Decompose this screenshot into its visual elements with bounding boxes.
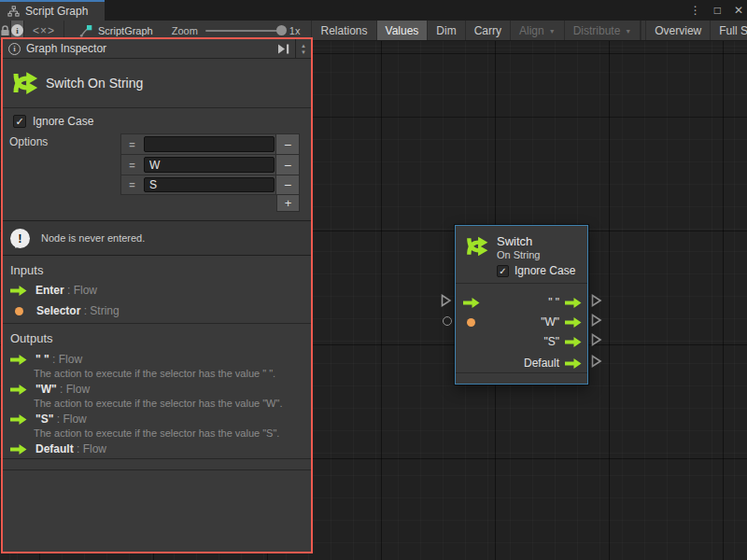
toolbar-buttons: Relations Values Dim Carry Align ▼ Distr… <box>311 21 747 40</box>
drag-handle-icon[interactable]: = <box>121 155 143 175</box>
option-row: = − <box>120 154 300 175</box>
flow-arrow-icon <box>10 355 27 365</box>
output-port-w[interactable]: "W" <box>541 315 582 329</box>
minus-icon: − <box>284 158 291 173</box>
flow-arrow-icon <box>10 444 27 455</box>
carry-button[interactable]: Carry <box>466 21 511 40</box>
check-icon: ✓ <box>15 116 23 128</box>
option-row: = − <box>120 133 300 154</box>
output-port-space[interactable]: " " <box>548 296 582 309</box>
switch-icon <box>11 69 39 97</box>
output-port-default[interactable]: Default <box>524 357 582 370</box>
check-icon: ✓ <box>499 266 506 276</box>
zoom-label: Zoom <box>172 25 198 36</box>
zoom-slider-knob[interactable] <box>276 25 287 35</box>
tab-script-graph[interactable]: Script Graph <box>0 0 105 21</box>
maximize-icon[interactable]: □ <box>714 4 721 17</box>
inputs-heading: Inputs <box>10 263 43 277</box>
flow-arrow-icon <box>463 298 480 308</box>
node-footer <box>456 372 587 384</box>
dock-panel-icon[interactable] <box>277 44 289 54</box>
drag-handle-icon[interactable]: = <box>121 175 143 194</box>
node-header[interactable]: Switch On String ✓ Ignore Case <box>456 226 587 284</box>
switch-icon <box>465 234 489 259</box>
tab-title: Script Graph <box>25 5 88 18</box>
enter-port[interactable] <box>463 298 480 308</box>
ignore-case-checkbox[interactable]: ✓ <box>497 265 509 277</box>
ignore-case-label: Ignore Case <box>514 264 575 277</box>
string-port-icon <box>467 318 475 327</box>
inputs-section: Inputs Enter : Flow Selector : String <box>3 256 311 324</box>
unit-title: Switch On String <box>46 76 143 91</box>
node-input-value-connector[interactable] <box>443 316 452 326</box>
options-list: = − = − = − + <box>120 133 300 212</box>
unity-script-graph-window: Script Graph ⋮ □ ✕ i <×> Scrip <box>0 0 747 560</box>
selector-port[interactable] <box>467 318 475 327</box>
node-output-connector[interactable] <box>591 314 602 327</box>
exclamation-glyph: ! <box>18 231 21 245</box>
overview-button[interactable]: Overview <box>645 21 711 40</box>
spin-up-icon[interactable]: ▲ <box>301 43 306 49</box>
chevron-down-icon: ▼ <box>549 28 556 35</box>
chevron-down-icon: ▼ <box>625 28 631 35</box>
node-input-flow-connector[interactable] <box>441 294 452 307</box>
output-port-w: "W" : Flow <box>10 383 90 396</box>
drag-handle-icon[interactable]: = <box>121 134 143 154</box>
info-icon: i <box>8 43 21 55</box>
node-title: Switch <box>497 234 532 248</box>
relations-button[interactable]: Relations <box>312 21 376 40</box>
output-port-s[interactable]: "S" <box>543 335 582 348</box>
minus-icon: − <box>284 137 291 152</box>
lock-icon <box>0 25 10 36</box>
option-input[interactable] <box>144 157 275 173</box>
close-icon[interactable]: ✕ <box>734 4 743 17</box>
option-row: = − <box>120 175 300 195</box>
warning-text: Node is never entered. <box>41 232 145 244</box>
node-output-connector[interactable] <box>591 355 602 368</box>
dim-button[interactable]: Dim <box>428 21 465 40</box>
node-output-connector[interactable] <box>591 333 602 346</box>
distribute-dropdown[interactable]: Distribute ▼ <box>565 21 641 40</box>
zoom-value: 1x <box>289 25 301 36</box>
ignore-case-checkbox[interactable]: ✓ <box>13 115 26 128</box>
outputs-section: Outputs " " : Flow The action to execute… <box>3 324 311 459</box>
align-dropdown[interactable]: Align ▼ <box>511 21 565 40</box>
zoom-slider[interactable] <box>205 30 282 32</box>
remove-option-button[interactable]: − <box>275 155 299 175</box>
minus-icon: − <box>284 177 291 192</box>
remove-option-button[interactable]: − <box>275 175 299 194</box>
string-port-icon <box>15 307 23 315</box>
output-port-default: Default : Flow <box>10 442 106 455</box>
node-output-connector[interactable] <box>591 294 602 307</box>
info-icon: i <box>11 24 23 36</box>
section-divider <box>3 469 311 470</box>
option-input[interactable] <box>144 177 275 192</box>
ignore-case-label: Ignore Case <box>33 115 93 128</box>
inspector-header[interactable]: i Graph Inspector <box>3 39 296 59</box>
menu-icon[interactable]: ⋮ <box>690 4 701 17</box>
plus-icon: + <box>285 196 292 210</box>
port-description: The action to execute if the selector ha… <box>34 398 282 409</box>
fullscreen-button[interactable]: Full Screen <box>711 21 747 40</box>
option-input[interactable] <box>144 136 275 152</box>
distribute-label: Distribute <box>573 24 621 37</box>
spin-down-icon[interactable]: ▼ <box>301 49 306 55</box>
remove-option-button[interactable]: − <box>275 134 299 154</box>
flow-arrow-icon <box>565 317 582 328</box>
inspector-header-title: Graph Inspector <box>26 42 106 55</box>
add-option-button[interactable]: + <box>276 195 300 212</box>
outputs-heading: Outputs <box>10 331 53 345</box>
input-port-enter: Enter : Flow <box>10 284 97 297</box>
graph-inspector-panel: i Graph Inspector ▲ ▼ Switch On String ✓… <box>1 37 313 553</box>
port-description: The action to execute if the selector ha… <box>34 368 275 379</box>
switch-on-string-node[interactable]: Switch On String ✓ Ignore Case " " <box>455 225 588 385</box>
flow-arrow-icon <box>565 298 582 308</box>
script-graph-icon <box>79 24 92 37</box>
flow-arrow-icon <box>10 385 27 395</box>
align-label: Align <box>519 24 544 37</box>
panel-scroll-spinner[interactable]: ▲ ▼ <box>296 39 311 59</box>
node-subtitle: On String <box>497 249 540 260</box>
port-description: The action to execute if the selector ha… <box>34 427 279 439</box>
window-controls: ⋮ □ ✕ <box>690 0 743 21</box>
values-button[interactable]: Values <box>377 21 429 40</box>
